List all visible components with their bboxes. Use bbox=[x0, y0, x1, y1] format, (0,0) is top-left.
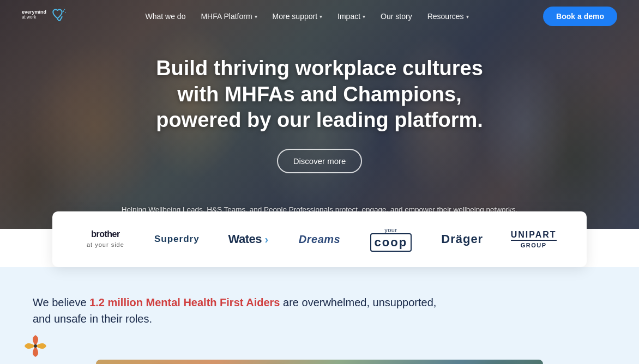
navbar: everymind at work What we do MHFA Platfo… bbox=[0, 0, 639, 33]
logo-coop: your coop bbox=[359, 227, 422, 252]
svg-point-5 bbox=[34, 344, 37, 348]
chevron-down-icon: ▾ bbox=[466, 14, 469, 20]
nav-links: What we do MHFA Platform ▾ More support … bbox=[146, 12, 469, 21]
hero-title: Build thriving workplace cultures with M… bbox=[140, 56, 499, 134]
nav-item-what-we-do[interactable]: What we do bbox=[146, 12, 186, 21]
logo-dreams: Dreams bbox=[288, 233, 351, 246]
chevron-down-icon: ▾ bbox=[255, 14, 257, 20]
chevron-down-icon: ▾ bbox=[319, 14, 322, 20]
svg-point-2 bbox=[65, 12, 66, 13]
svg-point-1 bbox=[64, 9, 65, 10]
hero-section: Build thriving workplace cultures with M… bbox=[0, 0, 639, 229]
bottom-image-section bbox=[0, 354, 639, 364]
nav-item-resources[interactable]: Resources ▾ bbox=[427, 12, 469, 21]
svg-text:at work: at work bbox=[22, 15, 37, 20]
logo-superdry: Superdry bbox=[146, 234, 208, 245]
chevron-down-icon: ▾ bbox=[363, 14, 365, 20]
logo-drager: Dräger bbox=[431, 232, 493, 246]
belief-section: We believe 1.2 million Mental Health Fir… bbox=[0, 267, 639, 354]
logo-brother: brother at your side bbox=[74, 229, 137, 248]
nav-item-impact[interactable]: Impact ▾ bbox=[337, 12, 365, 21]
nav-item-more-support[interactable]: More support ▾ bbox=[273, 12, 322, 21]
discover-more-button[interactable]: Discover more bbox=[277, 149, 363, 173]
logo-unipart: UNIPART GROUP bbox=[502, 230, 565, 248]
book-demo-button[interactable]: Book a demo bbox=[543, 7, 617, 26]
logo-wates: Wates › bbox=[217, 232, 280, 246]
nav-item-platform[interactable]: MHFA Platform ▾ bbox=[201, 12, 257, 21]
svg-point-0 bbox=[63, 10, 64, 11]
svg-text:everymind: everymind bbox=[22, 9, 46, 15]
belief-statement: We believe 1.2 million Mental Health Fir… bbox=[33, 294, 442, 327]
interior-photo bbox=[96, 360, 543, 364]
site-logo[interactable]: everymind at work bbox=[22, 5, 71, 27]
logos-bar: brother at your side Superdry Wates › Dr… bbox=[52, 211, 587, 267]
nav-item-our-story[interactable]: Our story bbox=[381, 12, 412, 21]
hero-content: Build thriving workplace cultures with M… bbox=[129, 56, 510, 173]
pinwheel-icon bbox=[22, 332, 49, 360]
